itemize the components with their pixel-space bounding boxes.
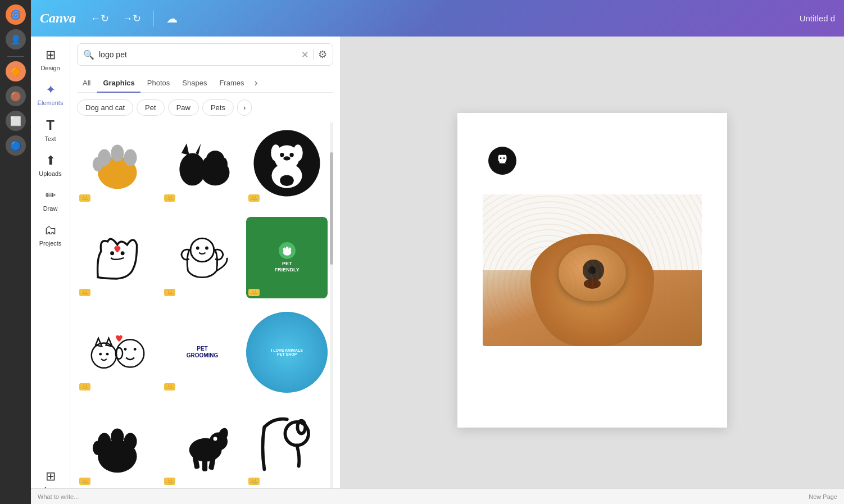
cloud-save-button[interactable]: ☁	[163, 8, 181, 29]
graphic-item-dog-cat-silhouette[interactable]: 👑	[162, 122, 243, 204]
graphic-item-cat-line[interactable]: 👑	[77, 217, 158, 298]
canva-logo: Canva	[40, 11, 76, 26]
tab-shapes[interactable]: Shapes	[176, 74, 212, 93]
svg-point-25	[196, 246, 199, 249]
search-bar: 🔍 ✕ ⚙	[77, 43, 333, 66]
sidebar-item-text[interactable]: T Text	[34, 113, 67, 147]
graphics-grid: 👑 👑	[77, 122, 333, 497]
graphic-item-dog-silhouette-2[interactable]: 👑	[162, 406, 243, 488]
canva-side-panel: ⊞ Design ✦ Elements T Text ⬆ Uploads ✏ D…	[31, 37, 340, 504]
svg-point-29	[285, 247, 288, 250]
chip-pet[interactable]: Pet	[137, 99, 165, 116]
svg-point-57	[503, 155, 506, 160]
graphic-item-dog-circle[interactable]: 👑	[246, 122, 328, 204]
graphic-item-paw-orange[interactable]: 👑	[77, 122, 158, 204]
crown-badge-6: 👑	[248, 289, 260, 296]
graphic-item-pet-shop[interactable]: I LOVE ANIMALSPET SHOP 👑	[246, 312, 328, 393]
dog-line-svg	[170, 225, 235, 290]
os-icon-4[interactable]: 🟤	[6, 86, 26, 106]
crown-badge-3: 👑	[248, 194, 260, 202]
projects-icon: 🗂	[44, 223, 57, 238]
search-filter-button[interactable]: ⚙	[318, 48, 327, 61]
graphic-item-pet-grooming[interactable]: PETGROOMING 👑	[162, 312, 243, 393]
canvas-area	[340, 37, 844, 504]
pet-grooming-text: PETGROOMING	[187, 346, 219, 359]
sidebar-item-uploads[interactable]: ⬆ Uploads	[34, 149, 67, 181]
tabs-more-button[interactable]: ›	[251, 74, 261, 92]
graphic-item-dog-line[interactable]: 👑	[162, 217, 243, 298]
canvas-logo-overlay[interactable]	[488, 147, 516, 175]
svg-point-19	[290, 153, 294, 157]
dog-sil-2-svg	[170, 414, 235, 479]
os-icon-6[interactable]: 🔵	[6, 135, 26, 156]
chip-paw[interactable]: Paw	[168, 99, 199, 116]
crown-badge-8: 👑	[164, 383, 175, 391]
svg-point-8	[186, 155, 199, 168]
dog-cat-cute-svg	[83, 317, 152, 387]
os-icon-5[interactable]: ⬜	[6, 111, 26, 131]
os-icon-3[interactable]: 🔶	[6, 61, 26, 81]
elements-icon: ✦	[46, 83, 56, 97]
crown-badge-1: 👑	[79, 194, 90, 202]
chip-pets[interactable]: Pets	[202, 99, 234, 116]
filter-chips: Dog and cat Pet Paw Pets ›	[77, 99, 333, 116]
text-icon: T	[46, 117, 55, 133]
os-icon-2[interactable]: 👤	[6, 29, 26, 49]
canvas-logo-svg	[494, 152, 511, 169]
svg-rect-48	[202, 458, 207, 471]
dog-circle-svg	[252, 129, 321, 198]
pet-shop-badge: I LOVE ANIMALSPET SHOP	[246, 312, 328, 393]
pet-shop-text: I LOVE ANIMALSPET SHOP	[271, 348, 303, 356]
chip-dog-and-cat[interactable]: Dog and cat	[77, 99, 133, 116]
search-input[interactable]	[99, 50, 297, 59]
sidebar-item-label-uploads: Uploads	[39, 170, 61, 177]
crown-badge-9: 👑	[248, 383, 260, 391]
svg-marker-7	[196, 144, 201, 156]
graphic-item-paw-black[interactable]: 👑	[77, 406, 158, 488]
svg-point-42	[111, 429, 124, 446]
canvas-document[interactable]	[457, 113, 727, 428]
sidebar-item-draw[interactable]: ✏ Draw	[34, 184, 67, 216]
search-icon: 🔍	[83, 49, 94, 60]
graphic-item-pet-friendly[interactable]: PETFRIENDLY 👑	[246, 217, 328, 298]
svg-point-59	[503, 157, 505, 159]
dog-arc-svg	[255, 414, 320, 479]
svg-point-21	[280, 175, 294, 186]
crown-badge-5: 👑	[164, 289, 175, 296]
os-sidebar: 🌀 👤 🔶 🟤 ⬜ 🔵	[0, 0, 31, 504]
tab-all[interactable]: All	[77, 74, 96, 93]
crown-badge-11: 👑	[164, 478, 175, 485]
sidebar-item-label-projects: Projects	[39, 240, 62, 247]
graphic-item-dog-cat-cute[interactable]: 👑	[77, 312, 158, 393]
paw-svg-green	[280, 244, 294, 257]
svg-point-38	[134, 348, 137, 351]
chips-more-button[interactable]: ›	[237, 99, 252, 116]
scroll-track	[330, 122, 333, 497]
search-clear-button[interactable]: ✕	[301, 49, 308, 60]
sidebar-item-label-elements: Elements	[38, 99, 63, 106]
scroll-thumb[interactable]	[330, 152, 333, 265]
tab-frames[interactable]: Frames	[214, 74, 249, 93]
redo-button[interactable]: →↻	[119, 9, 144, 28]
svg-point-12	[220, 158, 228, 171]
svg-point-36	[116, 340, 144, 367]
graphic-item-dog-arc[interactable]: 👑	[246, 406, 328, 488]
sidebar-item-elements[interactable]: ✦ Elements	[34, 78, 67, 111]
sidebar-item-label-draw: Draw	[43, 205, 58, 212]
tab-graphics[interactable]: Graphics	[97, 74, 140, 93]
cat-line-svg	[85, 225, 150, 290]
crown-badge-2: 👑	[164, 194, 175, 202]
os-icon-1[interactable]: 🌀	[6, 4, 26, 25]
crown-badge-12: 👑	[248, 478, 260, 485]
draw-icon: ✏	[46, 188, 56, 203]
design-icon: ⊞	[46, 48, 56, 62]
crown-badge-10: 👑	[79, 478, 90, 485]
tab-photos[interactable]: Photos	[142, 74, 175, 93]
crown-badge-4: 👑	[79, 289, 90, 296]
apps-icon: ⊞	[46, 469, 56, 484]
dog-photo	[483, 194, 702, 346]
paw-orange-svg	[85, 130, 150, 196]
sidebar-item-projects[interactable]: 🗂 Projects	[34, 219, 67, 251]
sidebar-item-design[interactable]: ⊞ Design	[34, 43, 67, 76]
undo-button[interactable]: ←↻	[87, 9, 112, 28]
